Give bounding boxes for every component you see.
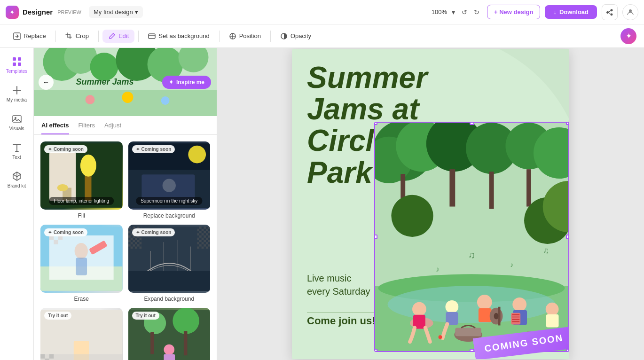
opacity-button[interactable]: Opacity	[275, 30, 317, 43]
svg-point-98	[512, 297, 526, 312]
sidebar-visuals-label: Visuals	[9, 126, 24, 131]
handle-bottom-left[interactable]	[374, 349, 377, 352]
effect-fill[interactable]: ✦ Coming soon Floor lamp, interior light…	[40, 141, 123, 219]
effect-erase[interactable]: ✦ Coming soon Erase	[40, 225, 123, 302]
handle-mid-right[interactable]	[566, 235, 569, 239]
preview-label: PREVIEW	[57, 9, 81, 15]
effect-replace-bg[interactable]: ✦ Coming soon Supermoon in the night sky…	[128, 141, 211, 219]
replace-label: Replace	[24, 32, 46, 39]
tab-ai-effects[interactable]: AI effects	[41, 122, 69, 134]
effect-fill-thumb: ✦ Coming soon Floor lamp, interior light…	[40, 141, 123, 210]
handle-top-mid[interactable]	[470, 122, 474, 125]
effect-replace-bg-thumb: ✦ Coming soon Supermoon in the night sky	[128, 141, 211, 210]
divider-3	[138, 31, 139, 42]
svg-rect-5	[13, 57, 16, 61]
try-it-out-badge-5: Try it out	[44, 312, 71, 320]
effect-expand-bg-thumb: ✦ Coming soon	[128, 225, 211, 293]
sidebar-item-my-media[interactable]: My media	[2, 80, 32, 107]
svg-text:♫: ♫	[543, 246, 549, 255]
panel-back-button[interactable]: ←	[39, 75, 54, 90]
effect-6[interactable]: Try it out	[128, 308, 211, 360]
effect-6-thumb: Try it out	[128, 308, 211, 360]
coming-soon-badge-erase: ✦ Coming soon	[44, 228, 87, 236]
star-icon-4: ✦	[136, 230, 140, 235]
zoom-level: 100%	[432, 8, 447, 16]
zoom-dropdown-btn[interactable]: ▾	[450, 7, 457, 18]
magic-icon: ✦	[626, 31, 632, 40]
sparkle-icon: ✦	[169, 79, 173, 86]
svg-point-115	[439, 335, 442, 339]
sidebar-my-media-label: My media	[7, 97, 27, 102]
star-icon: ✦	[48, 147, 52, 152]
handle-top-left[interactable]	[374, 122, 377, 125]
svg-rect-60	[40, 354, 45, 358]
sidebar-text-label: Text	[12, 155, 21, 160]
design-canvas[interactable]: Summer Jams at Circle Park Live music ev…	[292, 49, 569, 359]
share-button[interactable]	[602, 4, 618, 20]
canvas-illustration[interactable]: ♪ ♫ ♪ ♫	[374, 122, 569, 352]
svg-rect-42	[76, 258, 87, 275]
svg-point-82	[391, 195, 433, 237]
tab-adjust[interactable]: Adjust	[104, 122, 121, 134]
canvas-join-text: Come join us!	[307, 315, 375, 327]
star-icon-3: ✦	[48, 230, 52, 235]
edit-label: Edit	[118, 32, 129, 39]
crop-button[interactable]: Crop	[60, 30, 94, 43]
handle-top-right[interactable]	[566, 122, 569, 125]
replace-button[interactable]: Replace	[8, 30, 52, 43]
expand-bg-label: Expand background	[128, 296, 211, 302]
handle-mid-left[interactable]	[374, 235, 377, 239]
divider-4	[219, 31, 220, 42]
svg-point-26	[57, 184, 68, 191]
position-button[interactable]: Position	[223, 30, 267, 43]
undo-btn[interactable]: ↺	[460, 7, 469, 18]
coming-soon-badge-fill: ✦ Coming soon	[44, 145, 87, 153]
sidebar: Templates My media Visuals Text Brand ki…	[0, 48, 34, 360]
position-label: Position	[239, 32, 261, 39]
svg-rect-81	[526, 169, 531, 206]
svg-text:♫: ♫	[468, 250, 475, 260]
set-as-bg-label: Set as background	[158, 32, 209, 39]
svg-point-0	[629, 9, 632, 12]
effect-expand-bg[interactable]: ✦ Coming soon Expand background	[128, 225, 211, 302]
sidebar-item-visuals[interactable]: Visuals	[2, 109, 32, 136]
download-icon: ↓	[553, 8, 557, 16]
svg-point-93	[477, 295, 492, 310]
effect-5[interactable]: Try it out	[40, 308, 123, 360]
svg-text:Summer Jams: Summer Jams	[76, 77, 134, 86]
toolbar-right: ✦	[620, 28, 636, 44]
chevron-down-icon: ▾	[135, 8, 138, 16]
erase-label: Erase	[40, 296, 123, 302]
svg-rect-106	[546, 314, 559, 328]
divider-5	[270, 31, 271, 42]
profile-button[interactable]	[622, 4, 638, 20]
context-toolbar: Replace Crop Edit Set as background Posi…	[0, 24, 644, 48]
svg-point-65	[173, 308, 199, 334]
handle-bottom-mid[interactable]	[470, 349, 474, 352]
svg-rect-2	[149, 34, 155, 39]
logo-icon: ✦	[6, 6, 19, 19]
magic-button[interactable]: ✦	[620, 28, 636, 44]
svg-point-20	[122, 92, 134, 103]
inspire-me-button[interactable]: ✦ Inspire me	[162, 76, 211, 89]
svg-point-89	[412, 302, 426, 316]
new-design-button[interactable]: + New design	[487, 5, 540, 19]
svg-point-14	[90, 53, 118, 81]
svg-rect-61	[49, 354, 54, 358]
sidebar-item-brand-kit[interactable]: Brand kit	[2, 166, 32, 193]
svg-rect-45	[128, 271, 211, 290]
download-button[interactable]: ↓ Download	[545, 5, 597, 19]
canvas-area: Summer Jams at Circle Park Live music ev…	[217, 48, 644, 360]
set-as-bg-button[interactable]: Set as background	[142, 30, 215, 43]
sidebar-item-templates[interactable]: Templates	[2, 52, 32, 78]
svg-rect-40	[54, 240, 58, 244]
redo-btn[interactable]: ↻	[472, 7, 481, 18]
sidebar-item-text[interactable]: Text	[2, 138, 32, 164]
svg-rect-7	[13, 63, 16, 66]
svg-point-21	[161, 96, 170, 105]
edit-button[interactable]: Edit	[102, 30, 134, 43]
coming-soon-stamp: COMING SOON	[474, 331, 569, 355]
tab-filters[interactable]: Filters	[79, 122, 95, 134]
design-name-selector[interactable]: My first design ▾	[89, 6, 143, 18]
svg-point-28	[80, 155, 96, 177]
